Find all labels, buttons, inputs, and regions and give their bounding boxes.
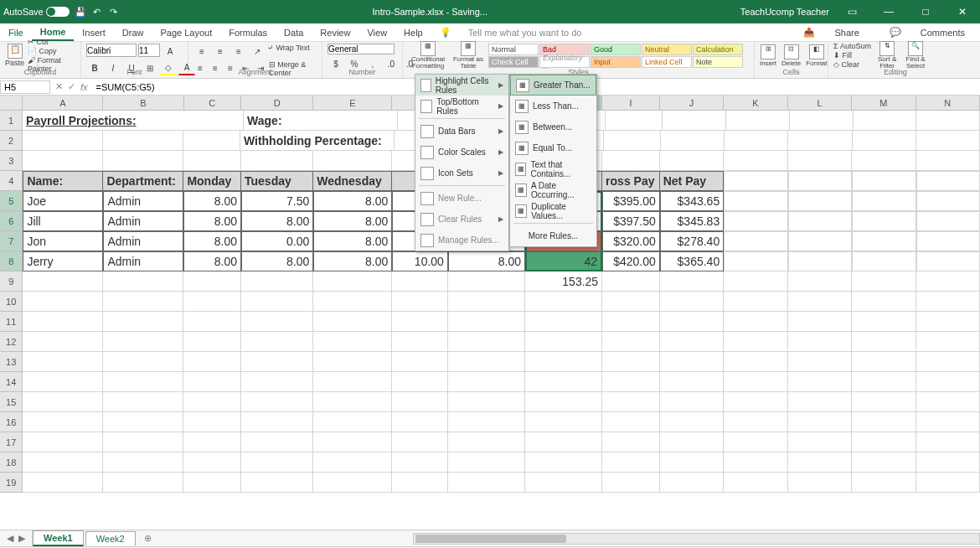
submenu-more-rules[interactable]: More Rules... <box>510 225 596 246</box>
select-all-corner[interactable] <box>0 96 23 111</box>
tab-insert[interactable]: Insert <box>74 23 114 41</box>
row-header-5[interactable]: 5 <box>0 191 23 211</box>
undo-icon[interactable]: ↶ <box>91 6 103 18</box>
format-cells-icon[interactable]: ◧ <box>809 44 824 59</box>
number-format-select[interactable] <box>328 44 395 54</box>
cancel-formula-icon[interactable]: ✕ <box>55 81 63 92</box>
cell-j8[interactable]: $365.40 <box>660 251 724 271</box>
cell-e6[interactable]: 8.00 <box>313 211 392 231</box>
tab-help[interactable]: Help <box>395 23 431 41</box>
cell-e7[interactable]: 8.00 <box>313 231 392 251</box>
row-header-8[interactable]: 8 <box>0 251 23 271</box>
cell-b5[interactable]: Admin <box>103 191 183 211</box>
sheet-prev-icon[interactable]: ◀ <box>7 533 13 544</box>
col-header-k[interactable]: K <box>724 96 787 111</box>
enter-formula-icon[interactable]: ✓ <box>68 81 75 92</box>
ribbon-options-icon[interactable]: ▭ <box>838 0 866 23</box>
cell-d5[interactable]: 7.50 <box>241 191 313 211</box>
minimize-button[interactable]: ― <box>874 0 903 23</box>
col-header-j[interactable]: J <box>660 96 724 111</box>
paste-button[interactable]: Paste <box>5 59 24 67</box>
style-input[interactable]: Input <box>591 56 641 68</box>
cell-a7[interactable]: Jon <box>23 231 103 251</box>
sort-filter-icon[interactable]: ⇅ <box>879 41 895 56</box>
add-sheet-button[interactable]: ⊕ <box>137 533 158 544</box>
sheet-tab-week1[interactable]: Week1 <box>33 530 84 546</box>
style-note[interactable]: Note <box>693 56 743 68</box>
submenu-duplicate-values[interactable]: ▦ Duplicate Values... <box>510 200 596 221</box>
copy-button[interactable]: 📄 Copy <box>28 47 75 55</box>
row-header-9[interactable]: 9 <box>0 271 23 292</box>
tell-me-input[interactable]: Tell me what you want to do <box>460 23 591 41</box>
tab-data[interactable]: Data <box>276 23 312 41</box>
row-header-7[interactable]: 7 <box>0 231 23 251</box>
col-header-e[interactable]: E <box>313 96 392 111</box>
sheet-next-icon[interactable]: ▶ <box>18 533 25 544</box>
cell-c6[interactable]: 8.00 <box>183 211 241 231</box>
user-name[interactable]: TeachUcomp Teacher <box>740 7 829 17</box>
comments-button[interactable]: 💬Comments <box>874 23 980 41</box>
orientation-icon[interactable]: ↗ <box>249 44 266 59</box>
row-header-6[interactable]: 6 <box>0 211 23 231</box>
cell-j7[interactable]: $278.40 <box>660 231 724 251</box>
horizontal-scrollbar[interactable] <box>413 533 980 545</box>
cell-g8[interactable]: 8.00 <box>448 251 525 271</box>
menu-new-rule[interactable]: New Rule... <box>415 188 508 209</box>
cell-i5[interactable]: $395.00 <box>602 191 660 211</box>
cell-i6[interactable]: $397.50 <box>602 211 660 231</box>
close-button[interactable]: ✕ <box>948 0 977 23</box>
submenu-date-occurring[interactable]: ▦ A Date Occurring... <box>510 179 596 200</box>
col-header-a[interactable]: A <box>23 96 103 111</box>
cell-c1[interactable] <box>187 111 244 131</box>
row-header-1[interactable]: 1 <box>0 111 23 131</box>
format-as-table-icon[interactable]: ▦ <box>461 41 476 56</box>
redo-icon[interactable]: ↷ <box>108 6 120 18</box>
cell-j6[interactable]: $345.83 <box>660 211 724 231</box>
style-good[interactable]: Good <box>591 44 641 55</box>
align-bot-icon[interactable]: ≡ <box>230 44 247 59</box>
submenu-equal-to[interactable]: ▦ Equal To... <box>510 137 596 158</box>
col-header-m[interactable]: M <box>852 96 916 111</box>
tab-review[interactable]: Review <box>312 23 358 41</box>
row-header-2[interactable]: 2 <box>0 131 23 151</box>
cell-a1[interactable]: Payroll Projections: <box>23 111 187 131</box>
cell-b4[interactable]: Department: <box>103 171 183 191</box>
find-select-icon[interactable]: 🔍 <box>908 41 923 56</box>
tab-page-layout[interactable]: Page Layout <box>152 23 220 41</box>
cell-c4[interactable]: Monday <box>183 171 241 191</box>
tab-view[interactable]: View <box>358 23 395 41</box>
cell-d6[interactable]: 8.00 <box>241 211 313 231</box>
wrap-text-button[interactable]: ⤶ Wrap Text <box>267 44 310 59</box>
menu-clear-rules[interactable]: Clear Rules▶ <box>415 209 508 230</box>
col-header-n[interactable]: N <box>916 96 980 111</box>
cut-button[interactable]: ✂ Cut <box>28 38 75 46</box>
format-cells-button[interactable]: Format <box>806 59 827 67</box>
row-header-3[interactable]: 3 <box>0 151 23 171</box>
align-mid-icon[interactable]: ≡ <box>212 44 229 59</box>
cell-a8[interactable]: Jerry <box>23 251 103 271</box>
cell-b7[interactable]: Admin <box>103 231 183 251</box>
menu-icon-sets[interactable]: Icon Sets▶ <box>415 163 508 184</box>
save-icon[interactable]: 💾 <box>75 6 86 18</box>
cell-c8[interactable]: 8.00 <box>183 251 241 271</box>
submenu-text-contains[interactable]: ▦ Text that Contains... <box>510 158 596 179</box>
font-size-select[interactable] <box>138 44 160 57</box>
cell-a5[interactable]: Joe <box>23 191 103 211</box>
cell-i7[interactable]: $320.00 <box>602 231 660 251</box>
cell-a4[interactable]: Name: <box>23 171 103 191</box>
submenu-less-than[interactable]: ▦ Less Than... <box>510 96 596 116</box>
delete-cells-icon[interactable]: ⊟ <box>784 44 799 59</box>
name-box[interactable] <box>0 80 50 94</box>
cell-d1[interactable]: Wage: <box>244 111 398 131</box>
conditional-formatting-icon[interactable]: ▦ <box>420 41 436 56</box>
share-button[interactable]: 📤Share <box>788 23 874 41</box>
autosave-toggle[interactable]: AutoSave <box>3 7 70 17</box>
cell-d4[interactable]: Tuesday <box>241 171 313 191</box>
cell-e5[interactable]: 8.00 <box>313 191 392 211</box>
style-check-cell[interactable]: Check Cell <box>488 56 539 68</box>
fx-icon[interactable]: fx <box>80 82 88 92</box>
tab-draw[interactable]: Draw <box>114 23 152 41</box>
style-explanatory[interactable]: Explanatory ... <box>539 56 590 68</box>
row-header-4[interactable]: 4 <box>0 171 23 191</box>
cell-b6[interactable]: Admin <box>103 211 183 231</box>
